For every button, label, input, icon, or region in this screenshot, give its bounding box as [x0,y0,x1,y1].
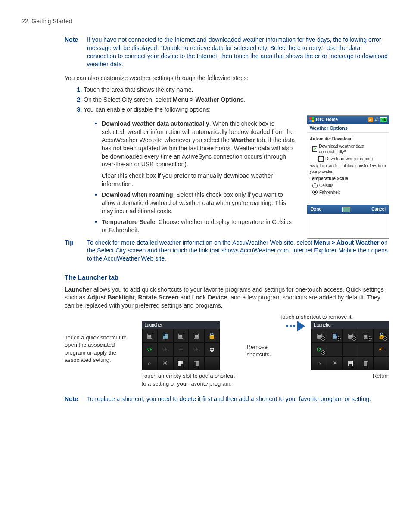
bullet-roaming: Download when roaming. Select this check… [95,191,298,215]
tab-home[interactable]: ⌂ [311,356,327,370]
remove-shortcuts-button[interactable]: ⊗ [204,342,220,356]
section-auto-download: Automatic Download [310,136,386,142]
tab-audio[interactable]: ▥ [189,356,204,370]
tab-home[interactable]: ⌂ [142,356,158,370]
device2-icon: ▣ [193,332,200,339]
audio-icon: ▥ [193,359,200,367]
transition-arrow-icon [286,321,305,331]
shortcut-slot-removable[interactable]: ⟳× [311,342,327,356]
delete-x-icon[interactable]: × [352,336,356,341]
shortcut-slot[interactable]: 🔒 [204,329,220,342]
bullet-download-auto: Download weather data automatically. Whe… [95,120,298,188]
shortcut-slot[interactable]: ⟳ [142,342,158,356]
shortcut-slot-removable[interactable]: ▦× [327,329,342,342]
page-number: 22 [22,18,28,25]
empty-slot [327,342,342,356]
tab-weather[interactable]: ☀ [158,356,173,370]
note-label: Note [65,36,87,68]
tab-launcher[interactable]: ▦ [173,356,189,370]
shortcut-slot-removable[interactable]: ▣× [342,329,358,342]
tab-weather[interactable]: ☀ [327,356,342,370]
keyboard-icon[interactable] [342,207,350,212]
radio-row-celsius[interactable]: Celsius [312,183,386,189]
home-icon: ⌂ [146,359,154,367]
intro-text: You can also customize weather settings … [65,74,389,82]
checkbox-row-roaming[interactable]: Download when roaming [318,156,386,162]
signal-icon: 📶 [368,117,373,122]
note-block-1: Note If you have not connected to the In… [22,36,389,68]
delete-x-icon[interactable]: × [383,336,387,341]
radio-row-fahrenheit[interactable]: Fahrenheit [312,190,386,196]
menu-path: Menu > Weather Options [173,96,243,103]
tab-spacer [204,356,220,370]
launcher-panel-edit: Launcher ▣× ▦× ▣× ▣× 🔒× ⟳× ↶ ⌂ ☀ ▦ ▥ [311,321,389,371]
shortcut-slot-removable[interactable]: 🔒× [374,329,389,342]
shortcut-slot[interactable]: ▦ [158,329,173,342]
step-2: On the Select City screen, select Menu >… [84,96,389,104]
cancel-softkey[interactable]: Cancel [371,206,386,212]
phone-bottombar: Done Cancel [307,205,389,214]
tab-launcher[interactable]: ▦ [342,356,358,370]
note-text: If you have not connected to the Interne… [87,36,389,68]
option-bullets: Download weather data automatically. Whe… [95,117,298,237]
empty-slot[interactable]: + [189,342,204,356]
section-temp-scale: Temperature Scale [310,176,386,182]
refresh-icon: ⟳ [146,345,154,353]
ok-button[interactable]: ok [380,117,387,122]
launcher-panel-normal: Launcher ▣ ▦ ▣ ▣ 🔒 ⟳ + + + ⊗ ⌂ ☀ ▦ ▥ [142,321,220,371]
delete-x-icon[interactable]: × [321,336,325,341]
shortcut-slot-removable[interactable]: ▣× [358,329,374,342]
callout-remove: Remove shortcuts. [247,321,280,358]
done-softkey[interactable]: Done [311,206,321,212]
shortcut-slot[interactable]: ▣ [173,329,189,342]
tip-block: Tip To check for more detailed weather i… [22,239,389,263]
device-icon: ▣ [146,332,154,339]
phone-subtitle: Weather Options [307,124,389,133]
bullet-clear-note: Clear this check box if you prefer to ma… [102,172,298,188]
return-button[interactable]: ↶ [374,342,389,356]
grid-icon: ▦ [346,359,354,367]
note-label: Note [65,395,87,403]
note-block-2: Note To replace a shortcut, you need to … [22,395,389,403]
empty-slot[interactable]: + [158,342,173,356]
callout-remove-shortcut: Touch a shortcut to remove it. [277,313,355,321]
empty-slot [358,342,374,356]
steps-list: Touch the area that shows the city name.… [73,86,389,114]
tip-label: Tip [65,239,87,263]
empty-slot[interactable]: + [173,342,189,356]
rotate-icon: ▣ [177,332,185,339]
radio-icon[interactable] [312,190,318,195]
delete-x-icon[interactable]: × [336,336,341,341]
windows-flag-icon [309,117,314,122]
launcher-title: Launcher [311,321,389,329]
phone-titlebar: HTC Home 📶🔊ok [307,116,389,124]
tab-spacer [374,356,389,370]
phone-title: HTC Home [316,117,338,123]
tab-audio[interactable]: ▥ [358,356,374,370]
remove-icon: ⊗ [208,345,216,353]
shortcut-slot[interactable]: ▣ [142,329,158,342]
grid-icon: ▦ [177,359,185,367]
home-icon: ⌂ [315,359,323,367]
checkbox-row-auto[interactable]: Download weather data automatically* [312,143,386,155]
delete-x-icon[interactable]: × [321,350,325,355]
step-3: You can enable or disable the following … [84,106,389,114]
lock-icon: 🔒 [208,332,216,339]
bullet-temp-scale: Temperature Scale. Choose whether to dis… [95,218,298,234]
section-title: Getting Started [31,18,72,25]
radio-icon[interactable] [312,183,318,188]
launcher-paragraph: Launcher allows you to add quick shortcu… [65,286,389,310]
checkbox-icon[interactable] [318,156,324,162]
volume-icon: 🔊 [374,117,379,122]
page-header: 22 Getting Started [22,17,389,25]
sun-icon: ☀ [162,359,169,367]
return-icon: ↶ [377,345,385,353]
phone-footnote: *May incur additional data transfer fees… [310,163,386,174]
titlebar-status-icons: 📶🔊ok [367,117,387,123]
launcher-heading: The Launcher tab [65,273,389,282]
checkbox-icon[interactable] [312,146,317,152]
empty-slot [342,342,358,356]
shortcut-slot[interactable]: ▣ [189,329,204,342]
delete-x-icon[interactable]: × [367,336,372,341]
shortcut-slot-removable[interactable]: ▣× [311,329,327,342]
